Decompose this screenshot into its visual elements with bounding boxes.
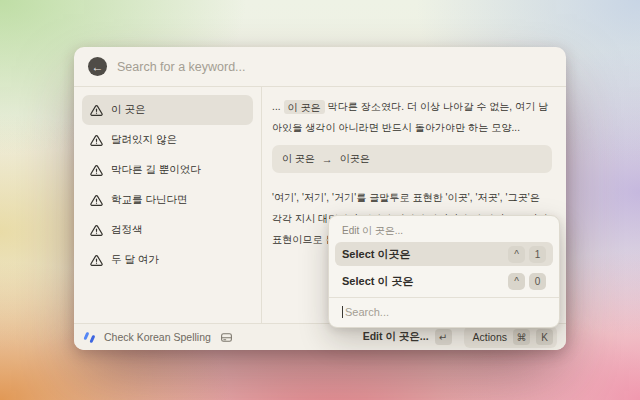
context-paragraph: ... 이 곳은 막다른 장소였다. 더 이상 나아갈 수 없는, 여기 남아있… <box>272 96 552 138</box>
popup-search-placeholder: Search... <box>345 306 389 318</box>
suggestion-to: 이곳은 <box>340 152 370 166</box>
sidebar-item-0[interactable]: 이 곳은 <box>82 95 253 125</box>
popup-item-1[interactable]: Select 이 곳은 ^ 0 <box>335 269 553 293</box>
text-cursor <box>342 306 343 318</box>
highlighted-token: 이 곳은 <box>284 100 325 114</box>
return-key-icon: ↵ <box>435 329 452 345</box>
popup-list: Select 이곳은 ^ 1 Select 이 곳은 ^ 0 <box>329 242 559 293</box>
warning-icon <box>90 194 103 207</box>
warning-icon <box>90 254 103 267</box>
popup-item-shortcut: ^ 1 <box>508 246 546 263</box>
command-key-icon: ⌘ <box>513 329 530 345</box>
warning-icon <box>90 134 103 147</box>
sidebar-item-5[interactable]: 두 달 여가 <box>82 245 253 275</box>
ctrl-key-badge: ^ <box>508 246 525 263</box>
actions-label: Actions <box>473 331 507 343</box>
sidebar-item-4[interactable]: 검정색 <box>82 215 253 245</box>
extension-name: Check Korean Spelling <box>104 331 211 343</box>
popup-item-label: Select 이 곳은 <box>342 274 414 289</box>
primary-action-label[interactable]: Edit 이 곳은... <box>363 330 429 344</box>
actions-button[interactable]: Actions ⌘ K <box>464 326 557 348</box>
statusbar-right: Edit 이 곳은... ↵ Actions ⌘ K <box>363 326 557 348</box>
suggestion-from: 이 곳은 <box>282 152 315 166</box>
arrow-right-icon: → <box>322 153 333 165</box>
warning-icon <box>90 164 103 177</box>
sidebar-item-2[interactable]: 막다른 길 뿐이었다 <box>82 155 253 185</box>
storage-icon <box>220 331 233 344</box>
extension-logo-icon <box>83 331 97 344</box>
warning-icon <box>90 104 103 117</box>
search-bar: ← Search for a keyword... <box>74 47 566 87</box>
sidebar-item-label: 두 달 여가 <box>111 253 159 267</box>
ctrl-key-badge: ^ <box>508 273 525 290</box>
sidebar-item-label: 이 곳은 <box>111 103 145 117</box>
popup-header: Edit 이 곳은... <box>329 216 559 242</box>
back-button[interactable]: ← <box>88 57 107 76</box>
popup-item-label: Select 이곳은 <box>342 247 410 262</box>
num-key-badge: 0 <box>529 273 546 290</box>
sidebar-item-label: 학교를 다닌다면 <box>111 193 187 207</box>
num-key-badge: 1 <box>529 246 546 263</box>
sidebar-item-3[interactable]: 학교를 다닌다면 <box>82 185 253 215</box>
suggestion-box: 이 곳은 → 이곳은 <box>272 145 552 173</box>
sidebar-item-label: 달려있지 않은 <box>111 133 177 147</box>
warning-icon <box>90 224 103 237</box>
sidebar-item-1[interactable]: 달려있지 않은 <box>82 125 253 155</box>
search-input[interactable]: Search for a keyword... <box>117 60 246 74</box>
popup-item-shortcut: ^ 0 <box>508 273 546 290</box>
popup-item-0[interactable]: Select 이곳은 ^ 1 <box>335 242 553 266</box>
popup-search-input[interactable]: Search... <box>329 298 559 327</box>
sidebar-item-label: 막다른 길 뿐이었다 <box>111 163 201 177</box>
back-arrow-icon: ← <box>92 61 104 73</box>
k-key-badge: K <box>536 329 553 345</box>
results-sidebar: 이 곳은 달려있지 않은 막다른 길 뿐이었다 학교를 다닌다면 검정색 두 달 <box>74 87 262 323</box>
statusbar-left: Check Korean Spelling <box>83 331 233 344</box>
actions-popup: Edit 이 곳은... Select 이곳은 ^ 1 Select 이 곳은 … <box>328 215 560 328</box>
sidebar-item-label: 검정색 <box>111 223 143 237</box>
